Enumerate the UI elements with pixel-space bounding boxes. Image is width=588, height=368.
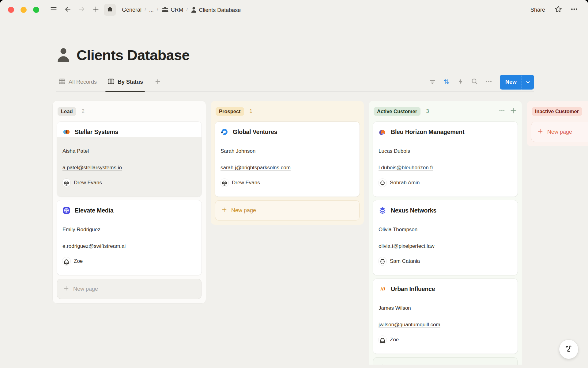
tab-all-records[interactable]: All Records bbox=[56, 73, 99, 91]
arrow-left-icon bbox=[64, 6, 71, 14]
breadcrumb-general[interactable]: General bbox=[120, 6, 143, 14]
contact-email[interactable]: a.patel@stellarsystems.io bbox=[62, 164, 196, 171]
favorite-button[interactable] bbox=[552, 4, 564, 16]
minimize-window-button[interactable] bbox=[21, 7, 27, 13]
avatar-zoe bbox=[379, 336, 386, 344]
column-options-button[interactable] bbox=[499, 107, 505, 115]
owner-row: Sam Catania bbox=[379, 257, 512, 265]
column-label-prospect[interactable]: Prospect bbox=[216, 107, 244, 116]
column-count: 1 bbox=[250, 108, 252, 114]
ellipsis-icon bbox=[485, 78, 492, 86]
back-button[interactable] bbox=[62, 4, 74, 16]
page-icon-person[interactable] bbox=[56, 47, 70, 63]
column-label-active-customer[interactable]: Active Customer bbox=[374, 107, 420, 116]
contact-email[interactable]: olivia.t@pixelperfect.law bbox=[379, 243, 512, 250]
person-icon bbox=[191, 6, 197, 13]
forward-button[interactable] bbox=[76, 4, 88, 16]
home-button[interactable] bbox=[104, 4, 116, 16]
zoom-window-button[interactable] bbox=[33, 7, 39, 13]
card-nexus-networks[interactable]: Nexus Networks Olivia Thompson olivia.t@… bbox=[373, 200, 518, 275]
contact-email[interactable]: l.dubois@bleuhorizon.fr bbox=[379, 164, 512, 171]
card-global-ventures[interactable]: Global Ventures Sarah Johnson sarah.j@br… bbox=[215, 122, 360, 197]
owner-row: Drew Evans bbox=[221, 179, 354, 187]
tab-by-status[interactable]: By Status bbox=[105, 73, 145, 91]
card-elevate-media[interactable]: Elevate Media Emily Rodriguez e.rodrigue… bbox=[57, 200, 202, 275]
add-view-button[interactable] bbox=[152, 77, 163, 88]
breadcrumb-crm[interactable]: CRM bbox=[160, 6, 185, 14]
breadcrumb-separator: / bbox=[157, 7, 158, 13]
view-options-button[interactable] bbox=[483, 77, 494, 88]
page-title[interactable]: Clients Database bbox=[77, 47, 190, 63]
board-column-lead: Lead 2 Stellar Systems Aisha Patel a.pat… bbox=[53, 101, 206, 303]
contact-name: James Wilson bbox=[379, 305, 512, 312]
new-record-button[interactable]: New bbox=[500, 75, 534, 90]
face-doodle-icon bbox=[563, 343, 574, 355]
column-count: 2 bbox=[82, 108, 85, 114]
people-icon bbox=[161, 6, 169, 13]
owner-row: Drew Evans bbox=[62, 179, 196, 187]
board-column-inactive-customer: Inactive Customer New page bbox=[527, 101, 588, 146]
stellar-systems-logo-icon bbox=[62, 128, 70, 136]
breadcrumb-separator: / bbox=[145, 7, 146, 13]
new-tab-button[interactable] bbox=[90, 4, 102, 16]
owner-row: Sohrab Amin bbox=[379, 179, 512, 187]
avatar-drew-evans bbox=[221, 179, 228, 187]
plus-icon bbox=[537, 128, 544, 136]
contact-email[interactable]: sarah.j@brightsparksolns.com bbox=[221, 164, 354, 171]
avatar-zoe bbox=[62, 257, 70, 265]
ai-assistant-button[interactable] bbox=[559, 340, 578, 359]
board-view: Lead 2 Stellar Systems Aisha Patel a.pat… bbox=[0, 92, 588, 365]
lightning-icon bbox=[457, 78, 464, 86]
window-topbar: General / ... / CRM / Clients Database S… bbox=[0, 0, 588, 20]
chevron-down-icon[interactable] bbox=[522, 75, 534, 90]
nexus-networks-logo-icon bbox=[379, 206, 386, 214]
plus-icon bbox=[154, 78, 161, 86]
sidebar-menu-button[interactable] bbox=[48, 4, 59, 16]
page-options-button[interactable] bbox=[568, 4, 580, 16]
hamburger-icon bbox=[50, 6, 57, 14]
card-urban-influence[interactable]: Urban Influence James Wilson jwilson@qua… bbox=[373, 279, 518, 354]
breadcrumb-collapsed[interactable]: ... bbox=[147, 6, 156, 14]
share-button[interactable]: Share bbox=[527, 6, 548, 14]
traffic-lights bbox=[8, 7, 39, 13]
ellipsis-icon bbox=[570, 5, 578, 14]
filter-button[interactable] bbox=[427, 77, 438, 88]
global-ventures-logo-icon bbox=[221, 128, 228, 136]
contact-name: Sarah Johnson bbox=[221, 148, 354, 155]
sort-button[interactable] bbox=[441, 77, 452, 88]
table-view-icon bbox=[58, 78, 66, 87]
card-stellar-systems[interactable]: Stellar Systems Aisha Patel a.patel@stel… bbox=[57, 122, 202, 197]
view-tabbar: All Records By Status bbox=[56, 73, 534, 92]
automations-button[interactable] bbox=[455, 77, 466, 88]
elevate-media-logo-icon bbox=[62, 206, 70, 214]
board-column-active-customer: Active Customer 3 Bleu Horizon Mana bbox=[369, 101, 522, 365]
app-window: General / ... / CRM / Clients Database S… bbox=[0, 0, 588, 368]
avatar-drew-evans bbox=[62, 179, 70, 187]
contact-name: Emily Rodriguez bbox=[62, 226, 196, 233]
urban-influence-logo-icon bbox=[379, 285, 386, 293]
breadcrumb: General / ... / CRM / Clients Database bbox=[120, 6, 243, 14]
contact-email[interactable]: jwilson@quantumquill.com bbox=[379, 321, 512, 328]
search-button[interactable] bbox=[469, 77, 480, 88]
new-page-button-inactive[interactable]: New page bbox=[531, 122, 588, 142]
column-count: 3 bbox=[426, 108, 429, 114]
board-view-icon bbox=[107, 78, 115, 87]
contact-name: Olivia Thompson bbox=[379, 226, 512, 233]
card-bleu-horizon-management[interactable]: Bleu Horizon Management Lucas Dubois l.d… bbox=[373, 122, 518, 197]
filter-icon bbox=[429, 78, 436, 86]
new-page-button-lead[interactable]: New page bbox=[57, 279, 202, 299]
breadcrumb-clients-database[interactable]: Clients Database bbox=[189, 6, 243, 14]
breadcrumb-separator: / bbox=[187, 7, 188, 13]
arrow-right-icon bbox=[78, 6, 85, 14]
column-add-card-button[interactable] bbox=[510, 107, 517, 116]
board-column-prospect: Prospect 1 Global Ventures Sarah Johnson… bbox=[211, 101, 364, 225]
new-page-button-prospect[interactable]: New page bbox=[215, 200, 360, 220]
contact-email[interactable]: e.rodriguez@swiftstream.ai bbox=[62, 243, 196, 250]
new-page-button-active[interactable]: New page bbox=[373, 357, 518, 365]
column-label-inactive-customer[interactable]: Inactive Customer bbox=[532, 107, 582, 116]
column-label-lead[interactable]: Lead bbox=[58, 107, 76, 116]
search-icon bbox=[471, 78, 478, 86]
close-window-button[interactable] bbox=[8, 7, 14, 13]
avatar-sohrab-amin bbox=[379, 179, 386, 187]
avatar-sam-catania bbox=[379, 257, 386, 265]
